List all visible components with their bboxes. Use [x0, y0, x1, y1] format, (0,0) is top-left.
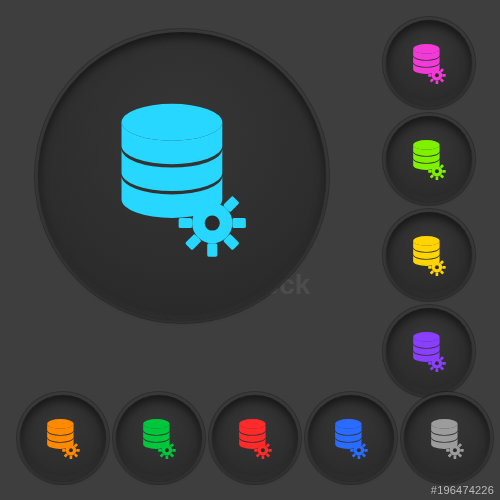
svg-rect-39: [428, 266, 432, 269]
database-settings-icon: [407, 137, 451, 181]
color-button-lime[interactable]: [386, 116, 472, 202]
svg-point-100: [431, 419, 457, 429]
svg-rect-3: [207, 189, 217, 202]
svg-rect-72: [158, 449, 162, 452]
database-settings-icon: [407, 329, 451, 373]
svg-rect-6: [179, 218, 192, 228]
database-settings-icon: [329, 416, 373, 460]
svg-rect-48: [436, 369, 439, 373]
database-settings-icon: [425, 416, 469, 460]
svg-rect-82: [268, 449, 272, 452]
database-settings-icon: [407, 41, 451, 85]
svg-rect-103: [454, 456, 457, 460]
svg-rect-83: [254, 449, 258, 452]
database-settings-icon: [233, 416, 277, 460]
color-button-green[interactable]: [116, 395, 202, 481]
database-settings-icon: [41, 416, 85, 460]
svg-rect-28: [428, 170, 432, 173]
svg-rect-27: [442, 170, 446, 173]
svg-point-55: [435, 361, 439, 365]
svg-rect-59: [70, 456, 73, 460]
svg-rect-91: [358, 442, 361, 446]
svg-point-11: [205, 215, 220, 230]
svg-rect-93: [364, 449, 368, 452]
svg-rect-69: [166, 442, 169, 446]
svg-rect-15: [436, 81, 439, 85]
database-settings-icon: [98, 92, 266, 260]
svg-rect-14: [436, 67, 439, 71]
color-button-red[interactable]: [212, 395, 298, 481]
stock-id-label: #196474226: [431, 484, 494, 496]
svg-rect-4: [207, 243, 217, 256]
svg-point-44: [435, 265, 439, 269]
svg-rect-17: [428, 74, 432, 77]
svg-rect-70: [166, 456, 169, 460]
svg-point-45: [413, 332, 439, 342]
svg-rect-71: [172, 449, 176, 452]
svg-point-66: [69, 448, 73, 452]
database-settings-icon: [407, 233, 451, 277]
svg-rect-49: [442, 362, 446, 365]
svg-point-67: [143, 419, 169, 429]
svg-rect-92: [358, 456, 361, 460]
svg-rect-37: [436, 273, 439, 277]
svg-rect-102: [454, 442, 457, 446]
color-button-gray[interactable]: [404, 395, 490, 481]
svg-point-56: [47, 419, 73, 429]
svg-point-34: [413, 236, 439, 246]
svg-rect-50: [428, 362, 432, 365]
svg-point-1: [122, 104, 223, 141]
color-button-orange[interactable]: [20, 395, 106, 481]
svg-rect-81: [262, 456, 265, 460]
svg-point-23: [413, 140, 439, 150]
svg-point-88: [261, 448, 265, 452]
svg-rect-94: [350, 449, 354, 452]
database-settings-icon: [137, 416, 181, 460]
svg-point-22: [435, 73, 439, 77]
color-button-blue[interactable]: [308, 395, 394, 481]
svg-rect-58: [70, 442, 73, 446]
svg-rect-38: [442, 266, 446, 269]
svg-point-110: [453, 448, 457, 452]
svg-rect-105: [446, 449, 450, 452]
svg-rect-36: [436, 259, 439, 263]
svg-point-33: [435, 169, 439, 173]
svg-point-89: [335, 419, 361, 429]
svg-rect-5: [232, 218, 245, 228]
color-button-magenta[interactable]: [386, 20, 472, 106]
color-button-main[interactable]: [38, 32, 326, 320]
svg-rect-61: [62, 449, 66, 452]
svg-rect-47: [436, 355, 439, 359]
svg-rect-60: [76, 449, 80, 452]
svg-point-77: [165, 448, 169, 452]
svg-rect-26: [436, 177, 439, 181]
svg-point-12: [413, 44, 439, 54]
color-button-purple[interactable]: [386, 308, 472, 394]
svg-point-99: [357, 448, 361, 452]
color-button-yellow[interactable]: [386, 212, 472, 298]
svg-point-78: [239, 419, 265, 429]
svg-rect-104: [460, 449, 464, 452]
svg-rect-16: [442, 74, 446, 77]
svg-rect-80: [262, 442, 265, 446]
svg-rect-25: [436, 163, 439, 167]
